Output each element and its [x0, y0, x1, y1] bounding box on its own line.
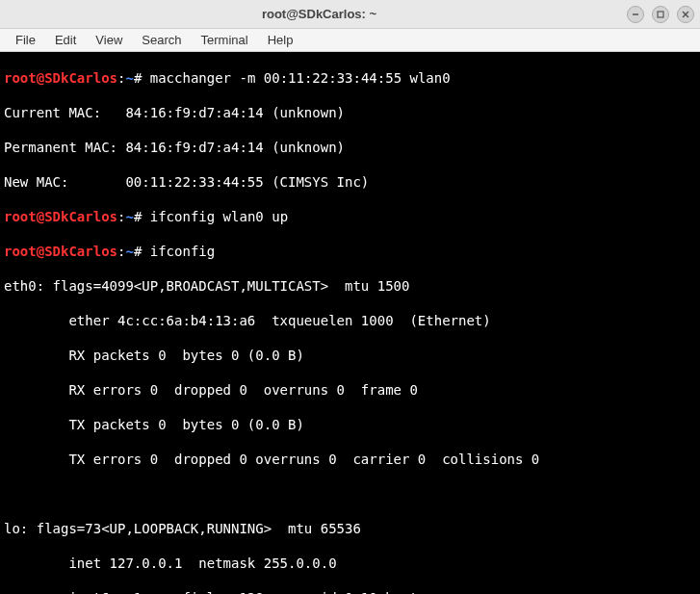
close-button[interactable] — [677, 6, 694, 23]
lo-l1: lo: flags=73<UP,LOOPBACK,RUNNING> mtu 65… — [4, 520, 696, 537]
menubar: File Edit View Search Terminal Help — [0, 29, 700, 52]
terminal-area[interactable]: root@SDkCarlos:~# macchanger -m 00:11:22… — [0, 52, 700, 594]
eth0-l3: RX packets 0 bytes 0 (0.0 B) — [4, 347, 696, 364]
out-mac-permanent: Permanent MAC: 84:16:f9:d7:a4:14 (unknow… — [4, 139, 696, 156]
eth0-l6: TX errors 0 dropped 0 overruns 0 carrier… — [4, 451, 696, 468]
line-prompt-1: root@SDkCarlos:~# macchanger -m 00:11:22… — [4, 69, 696, 87]
cmd-ifconfig: ifconfig — [150, 244, 215, 259]
prompt-path: ~ — [125, 70, 133, 86]
prompt-user: root@SDkCarlos — [4, 70, 117, 86]
line-prompt-2: root@SDkCarlos:~# ifconfig wlan0 up — [4, 208, 696, 225]
lo-l3: inet6 ::1 prefixlen 128 scopeid 0x10<hos… — [4, 589, 696, 594]
svg-rect-1 — [658, 12, 663, 17]
lo-l2: inet 127.0.0.1 netmask 255.0.0.0 — [4, 555, 696, 572]
menu-view[interactable]: View — [86, 31, 132, 49]
eth0-l2: ether 4c:cc:6a:b4:13:a6 txqueuelen 1000 … — [4, 312, 696, 329]
menu-file[interactable]: File — [6, 31, 45, 49]
eth0-l4: RX errors 0 dropped 0 overruns 0 frame 0 — [4, 381, 696, 399]
eth0-l1: eth0: flags=4099<UP,BROADCAST,MULTICAST>… — [4, 277, 696, 295]
out-mac-new: New MAC: 00:11:22:33:44:55 (CIMSYS Inc) — [4, 173, 696, 191]
maximize-button[interactable] — [652, 6, 669, 23]
titlebar: root@SDkCarlos: ~ — [0, 0, 700, 29]
menu-search[interactable]: Search — [132, 31, 191, 49]
eth0-l5: TX packets 0 bytes 0 (0.0 B) — [4, 416, 696, 433]
out-mac-current: Current MAC: 84:16:f9:d7:a4:14 (unknown) — [4, 104, 696, 121]
menu-terminal[interactable]: Terminal — [192, 31, 258, 49]
menu-help[interactable]: Help — [258, 31, 303, 49]
line-prompt-3: root@SDkCarlos:~# ifconfig — [4, 243, 696, 260]
minimize-button[interactable] — [627, 6, 644, 23]
menu-edit[interactable]: Edit — [45, 31, 86, 49]
cmd-macchanger: macchanger -m 00:11:22:33:44:55 wlan0 — [150, 70, 451, 86]
cmd-ifconfig-up: ifconfig wlan0 up — [150, 209, 288, 224]
blank-1 — [4, 485, 696, 503]
window-buttons — [627, 6, 694, 23]
window-title: root@SDkCarlos: ~ — [12, 7, 627, 21]
